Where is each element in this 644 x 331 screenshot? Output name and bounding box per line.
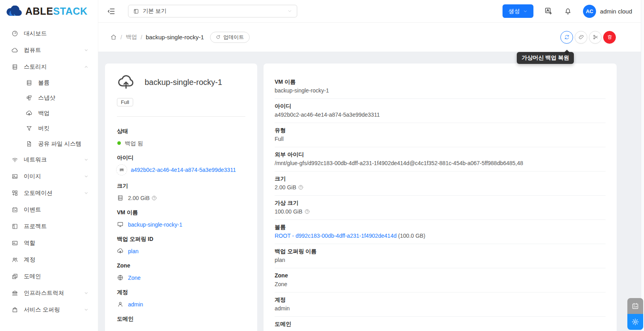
update-button-label: 업데이트 — [224, 34, 244, 41]
sidebar-item[interactable]: 서비스 오퍼링 — [0, 302, 98, 318]
help-icon[interactable] — [298, 185, 304, 190]
detail-label: 외부 아이디 — [275, 151, 606, 158]
detail-value: a492b0c2-ac46-4e14-a874-5a3e99de3311 — [275, 111, 606, 119]
view-select[interactable]: 기본 보기 — [128, 5, 297, 17]
update-button[interactable]: 업데이트 — [210, 32, 250, 43]
scissors-icon — [592, 34, 598, 40]
backup-summary-card: backup-single-rocky-1 Full 상태 백업 됨 아이디 a… — [105, 64, 257, 331]
sidebar-item-label: 백업 — [38, 110, 88, 117]
sidebar-item[interactable]: 컴퓨트 — [0, 42, 98, 58]
summary-row: 크기 2.00 GiB — [117, 183, 245, 202]
home-icon[interactable] — [110, 34, 117, 40]
settings-button[interactable] — [627, 314, 643, 330]
field-value: plan — [117, 247, 245, 255]
tooltip-text: 가상머신 백업 복원 — [522, 54, 569, 61]
sidebar-item[interactable]: 스냅샷 — [0, 90, 98, 106]
sidebar-item-label: 스냅샷 — [38, 94, 88, 102]
summary-row: 도메인 — [117, 316, 245, 322]
sidebar-item[interactable]: 이벤트 — [0, 202, 98, 218]
field-value-text[interactable]: admin — [128, 300, 143, 308]
field-label: 백업 오퍼링 ID — [117, 236, 245, 242]
sidebar-item[interactable]: 볼륨 — [0, 75, 98, 90]
detail-value-text: 100.00 GiB — [275, 208, 302, 216]
detail-value: /mnt/glue-gfs/d992c183-00db-4dff-a231-1f… — [275, 159, 606, 167]
menu-fold-icon[interactable] — [107, 7, 115, 15]
sidebar-item[interactable]: 프로젝트 — [0, 218, 98, 235]
user-menu[interactable]: AC admin cloud — [583, 5, 632, 18]
field-value-text[interactable]: Zone — [128, 274, 141, 282]
detail-value-text[interactable]: ROOT - d992c183-00db-4dff-a231-1f4902de4… — [275, 232, 397, 240]
brand-logo[interactable]: ABLESTACK — [0, 0, 98, 23]
sidebar-item[interactable]: 인프라스트럭쳐 — [0, 285, 98, 302]
help-icon[interactable] — [304, 209, 310, 214]
header-right: 생성 AC admin cloud — [503, 4, 632, 18]
brand-name-primary: ABLE — [25, 6, 53, 17]
sidebar-item-label: 서비스 오퍼링 — [24, 306, 84, 314]
attach-button[interactable] — [575, 31, 587, 44]
help-icon[interactable] — [151, 195, 157, 201]
sidebar-item[interactable]: 버킷 — [0, 121, 98, 137]
sidebar-item-label: 오토메이션 — [24, 189, 84, 197]
translate-icon[interactable] — [544, 7, 553, 15]
sidebar-item[interactable]: 역할 — [0, 235, 98, 252]
sidebar-item-label: 인프라스트럭쳐 — [24, 289, 84, 297]
restore-vm-backup-button[interactable] — [560, 31, 573, 44]
brand-name-secondary: STACK — [53, 6, 88, 17]
sidebar-item[interactable]: 대시보드 — [0, 25, 98, 42]
detail-row: Zone Zone — [275, 268, 606, 293]
bank-icon — [11, 290, 18, 296]
field-label: VM 이름 — [117, 209, 245, 216]
detail-value-text: 2.00 GiB — [275, 183, 296, 191]
sidebar-item-label: 이미지 — [24, 173, 84, 180]
summary-rows: 상태 백업 됨 아이디 a492b0c2-ac46-4e14-a874-5a3e… — [117, 128, 245, 322]
database-icon — [117, 194, 124, 201]
sidebar-item-label: 스토리지 — [24, 63, 84, 71]
field-value-text[interactable]: backup-single-rocky-1 — [128, 221, 182, 229]
sidebar-item-label: 대시보드 — [24, 30, 88, 37]
field-label: 아이디 — [117, 154, 245, 161]
create-button-label: 생성 — [508, 8, 520, 15]
field-value-text: 2.00 GiB — [128, 194, 149, 202]
detail-row: 크기 2.00 GiB — [275, 171, 606, 196]
sidebar-item[interactable]: 도메인 — [0, 268, 98, 285]
trash-icon — [607, 34, 613, 40]
sidebar-item[interactable]: 스토리지 — [0, 58, 98, 75]
summary-row: 상태 백업 됨 — [117, 128, 245, 147]
database-icon — [11, 64, 18, 70]
detail-label: 계정 — [275, 296, 606, 303]
breadcrumb-current: backup-single-rocky-1 — [146, 34, 204, 40]
team-icon — [11, 256, 18, 263]
breadcrumb-backups-link[interactable]: 백업 — [126, 33, 137, 41]
bag-icon — [11, 306, 18, 313]
sidebar-item-label: 공유 파일 시스템 — [38, 140, 88, 148]
detail-row: 외부 아이디 /mnt/glue-gfs/d992c183-00db-4dff-… — [275, 147, 606, 171]
detail-value: ROOT - d992c183-00db-4dff-a231-1f4902de4… — [275, 232, 606, 240]
field-label: 도메인 — [117, 316, 245, 322]
sidebar-item[interactable]: 계정 — [0, 252, 98, 268]
detail-label: VM 이름 — [275, 79, 606, 85]
funnel-icon — [26, 125, 32, 132]
field-value-text[interactable]: plan — [128, 247, 138, 255]
barcode-icon — [116, 164, 127, 175]
sidebar-item[interactable]: 네트워크 — [0, 152, 98, 168]
field-value-text[interactable]: a492b0c2-ac46-4e14-a874-5a3e99de3311 — [131, 166, 236, 174]
notifications-bell-icon[interactable] — [564, 7, 572, 15]
chevron-down-icon — [84, 48, 88, 52]
chevron-up-icon — [84, 65, 88, 69]
extract-button[interactable] — [589, 31, 602, 44]
chevron-down-icon — [84, 291, 88, 295]
sidebar-item[interactable]: 백업 — [0, 106, 98, 121]
restore-backup-tooltip: 가상머신 백업 복원 — [517, 52, 574, 64]
sidebar-item[interactable]: 공유 파일 시스템 — [0, 136, 98, 152]
event-timeline-button[interactable] — [627, 298, 643, 314]
field-value: admin — [117, 300, 245, 308]
sidebar-item[interactable]: 이미지 — [0, 168, 98, 185]
page-scrollbar[interactable] — [641, 0, 644, 331]
create-button[interactable]: 생성 — [503, 4, 533, 18]
sidebar-item[interactable]: 오토메이션 — [0, 185, 98, 202]
detail-value: plan — [275, 256, 606, 264]
detail-value-text: Zone — [275, 280, 287, 288]
delete-backup-button[interactable] — [603, 31, 616, 44]
detail-value: 100.00 GiB — [275, 208, 606, 216]
chevron-down-icon — [523, 9, 527, 13]
